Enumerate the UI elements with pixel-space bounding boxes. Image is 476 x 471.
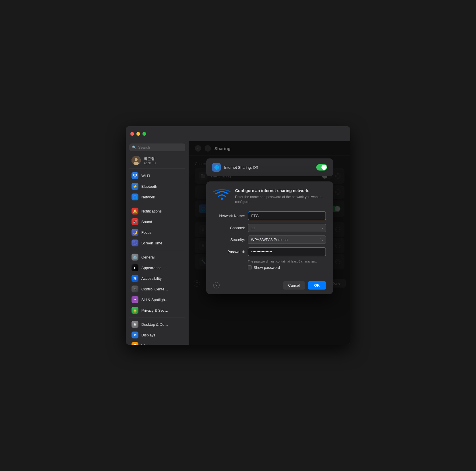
- modal-overlay: 🌐 Internet Sharing: Off: [189, 141, 350, 345]
- sidebar-item-bluetooth[interactable]: ⚡ Bluetooth: [128, 181, 186, 192]
- general-icon: ⚙️: [132, 254, 138, 261]
- user-name: 최준영: [144, 156, 156, 161]
- sidebar-label-general: General: [141, 255, 155, 259]
- password-row: Password:: [213, 247, 326, 256]
- sound-icon: 🔊: [132, 218, 138, 225]
- sidebar-item-appleid[interactable]: 최준영 Apple ID: [128, 154, 186, 167]
- sidebar-item-screentime[interactable]: ⏱ Screen Time: [128, 238, 186, 248]
- sidebar-item-wifi[interactable]: Wi-Fi: [128, 171, 186, 181]
- siri-icon: ✦: [132, 296, 138, 303]
- sidebar-item-desktop[interactable]: 🖥 Desktop & Do…: [128, 319, 186, 330]
- sidebar-label-network: Network: [141, 195, 155, 199]
- modal-footer: ? Cancel OK: [206, 278, 333, 294]
- sidebar-label-desktop: Desktop & Do…: [141, 322, 168, 327]
- sidebar-item-siri[interactable]: ✦ Siri & Spotligh…: [128, 294, 186, 305]
- search-icon: 🔍: [132, 145, 136, 150]
- show-password-label: Show password: [254, 265, 280, 270]
- internet-sharing-toggle2[interactable]: [316, 164, 327, 171]
- maximize-button[interactable]: [142, 132, 146, 136]
- wallpaper-icon: 🖼: [132, 342, 138, 345]
- sidebar-label-wallpaper: Wallpaper: [141, 344, 158, 345]
- main-panel: ‹ › Sharing Content & Media F: [189, 141, 350, 345]
- main-content: 🔍 최준영 Apple ID: [126, 141, 350, 345]
- divider: [129, 169, 185, 169]
- channel-label: Channel:: [213, 226, 248, 230]
- sidebar-label-displays: Displays: [141, 333, 155, 337]
- divider2: [129, 204, 185, 204]
- security-select-wrapper: WPA2/WPA3 Personal None WPA2 Personal WP…: [248, 235, 326, 244]
- sidebar-item-general[interactable]: ⚙️ General: [128, 252, 186, 262]
- displays-icon: 🖥: [132, 332, 138, 338]
- sidebar-label-focus: Focus: [141, 230, 151, 235]
- modal-help-button[interactable]: ?: [213, 282, 220, 288]
- network-name-label: Network Name:: [213, 214, 248, 218]
- sidebar-label-appearance: Appearance: [141, 266, 161, 270]
- sidebar-item-notifications[interactable]: 🔔 Notifications: [128, 206, 186, 216]
- sidebar-label-wifi: Wi-Fi: [141, 174, 150, 178]
- sidebar-label-privacy: Privacy & Sec…: [141, 308, 168, 313]
- modal-title: Configure an internet-sharing network.: [235, 188, 326, 193]
- sidebar-item-displays[interactable]: 🖥 Displays: [128, 330, 186, 340]
- titlebar: [126, 126, 350, 141]
- channel-select[interactable]: 11 123 456 789 101213: [248, 224, 326, 232]
- sidebar-label-siri: Siri & Spotligh…: [141, 298, 169, 302]
- accessibility-icon: ♿: [132, 275, 138, 282]
- focus-icon: 🌙: [132, 229, 138, 236]
- search-input[interactable]: [138, 145, 182, 150]
- close-button[interactable]: [130, 132, 134, 136]
- appearance-icon: ◐: [132, 264, 138, 271]
- sidebar-item-focus[interactable]: 🌙 Focus: [128, 227, 186, 238]
- user-subtitle: Apple ID: [144, 161, 156, 165]
- sidebar-label-sound: Sound: [141, 220, 152, 224]
- traffic-lights: [130, 132, 146, 136]
- password-input[interactable]: [248, 247, 326, 256]
- sidebar-item-network[interactable]: 🌐 Network: [128, 192, 186, 202]
- divider3: [129, 250, 185, 250]
- sidebar-item-accessibility[interactable]: ♿ Accessibility: [128, 273, 186, 284]
- sidebar-label-notifications: Notifications: [141, 209, 162, 213]
- wifi-modal-icon: [213, 188, 231, 203]
- sidebar: 🔍 최준영 Apple ID: [126, 141, 189, 345]
- wifi-icon: [132, 172, 138, 179]
- svg-point-1: [135, 158, 138, 161]
- modal-header-row: Configure an internet-sharing network. E…: [213, 188, 326, 204]
- network-name-row: Network Name:: [213, 211, 326, 220]
- password-hint: The password must contain at least 8 cha…: [248, 260, 326, 263]
- desktop-icon: 🖥: [132, 321, 138, 328]
- sidebar-item-privacy[interactable]: 🔒 Privacy & Sec…: [128, 305, 186, 315]
- privacy-icon: 🔒: [132, 307, 138, 314]
- internet-sharing-icon2: 🌐: [212, 163, 221, 172]
- sidebar-label-bluetooth: Bluetooth: [141, 184, 157, 189]
- modal-text-block: Configure an internet-sharing network. E…: [235, 188, 326, 204]
- divider4: [129, 317, 185, 317]
- sidebar-item-appearance[interactable]: ◐ Appearance: [128, 263, 186, 273]
- ok-button[interactable]: OK: [308, 281, 326, 290]
- avatar: [132, 156, 141, 165]
- sidebar-item-sound[interactable]: 🔊 Sound: [128, 217, 186, 227]
- network-icon: 🌐: [132, 194, 138, 200]
- sidebar-label-accessibility: Accessibility: [141, 276, 162, 281]
- notifications-icon: 🔔: [132, 208, 138, 215]
- search-box[interactable]: 🔍: [129, 143, 185, 151]
- bluetooth-icon: ⚡: [132, 183, 138, 190]
- channel-row: Channel: 11 123 456 789 101213 ⌃⌄: [213, 224, 326, 232]
- internet-sharing-label2: Internet Sharing: Off: [224, 165, 258, 170]
- password-label: Password:: [213, 250, 248, 254]
- channel-select-wrapper: 11 123 456 789 101213 ⌃⌄: [248, 224, 326, 232]
- show-password-checkbox[interactable]: [248, 265, 252, 269]
- sidebar-item-controlcenter[interactable]: ⊞ Control Cente…: [128, 284, 186, 294]
- user-info: 최준영 Apple ID: [144, 156, 156, 165]
- sidebar-item-wallpaper[interactable]: 🖼 Wallpaper: [128, 340, 186, 345]
- show-password-row: Show password: [248, 265, 326, 270]
- modal-body: Configure an internet-sharing network. E…: [206, 181, 333, 278]
- modal-actions: Cancel OK: [283, 281, 326, 290]
- network-name-input[interactable]: [248, 211, 326, 220]
- screentime-icon: ⏱: [132, 240, 138, 246]
- minimize-button[interactable]: [136, 132, 140, 136]
- sidebar-label-screentime: Screen Time: [141, 241, 162, 245]
- cancel-button[interactable]: Cancel: [283, 281, 305, 290]
- svg-point-2: [134, 162, 139, 165]
- modal-description: Enter the name and password of the netwo…: [235, 195, 326, 204]
- security-select[interactable]: WPA2/WPA3 Personal None WPA2 Personal WP…: [248, 235, 326, 244]
- mac-window: 🔍 최준영 Apple ID: [126, 126, 350, 345]
